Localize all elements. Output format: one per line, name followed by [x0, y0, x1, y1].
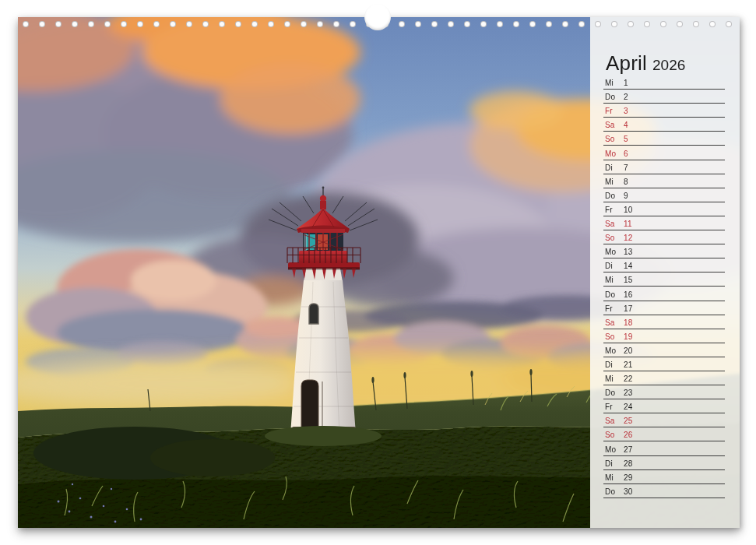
day-number: 8 — [624, 178, 628, 186]
day-number: 2 — [624, 93, 628, 101]
day-number: 15 — [624, 276, 633, 284]
day-abbr: Fr — [605, 206, 613, 214]
day-abbr: Mi — [605, 79, 614, 87]
day-abbr: Di — [605, 360, 613, 369]
binding-hole — [23, 21, 29, 27]
day-number: 17 — [624, 304, 633, 313]
day-row: Sa25 — [603, 413, 725, 427]
binding-hole — [497, 21, 503, 27]
day-number: 18 — [624, 318, 633, 327]
day-abbr: So — [605, 332, 615, 341]
day-abbr: So — [605, 234, 615, 242]
binding-hole — [448, 21, 454, 27]
month-label: April — [606, 51, 647, 75]
day-number: 29 — [624, 473, 633, 482]
calendar-page: April2026 Mi1Do2Fr3Sa4So5Mo6Di7Mi8Do9Fr1… — [18, 17, 740, 528]
binding-hole — [251, 21, 258, 27]
day-number: 30 — [624, 487, 633, 496]
day-row: Do30 — [603, 484, 725, 498]
day-row: So5 — [603, 132, 725, 146]
year-label: 2026 — [652, 57, 685, 73]
day-number: 26 — [624, 431, 633, 439]
day-row: Di28 — [603, 456, 725, 470]
day-number: 27 — [624, 445, 633, 454]
month-title: April2026 — [606, 51, 685, 76]
day-row: Do2 — [603, 90, 725, 104]
binding-hole — [431, 21, 438, 27]
binding-hole — [660, 21, 666, 27]
day-abbr: Mi — [605, 473, 614, 482]
day-abbr: Mo — [605, 346, 616, 355]
day-number: 11 — [624, 220, 632, 228]
binding-hole — [301, 21, 307, 27]
day-row: Fr24 — [603, 399, 725, 413]
day-abbr: Mi — [605, 374, 614, 383]
day-row: Sa4 — [603, 118, 725, 132]
day-row: Mi15 — [603, 272, 725, 287]
binding-hole — [137, 21, 143, 27]
binding-hole — [562, 21, 568, 27]
binding-hole — [268, 21, 274, 27]
day-number: 10 — [624, 206, 633, 214]
day-abbr: So — [605, 431, 615, 439]
day-number: 9 — [624, 192, 628, 200]
binding-hole — [529, 21, 536, 27]
day-row: So26 — [603, 427, 725, 441]
binding-hole — [726, 21, 732, 27]
binding-hole — [464, 21, 470, 27]
day-row: Fr17 — [603, 301, 725, 315]
day-row: Fr10 — [603, 202, 725, 216]
day-abbr: Do — [605, 192, 615, 200]
day-number: 3 — [624, 107, 628, 115]
binding-hole — [628, 21, 634, 27]
day-row: Mi1 — [603, 76, 725, 90]
day-number: 4 — [624, 121, 628, 129]
day-number: 23 — [624, 389, 633, 397]
day-row: Mi22 — [603, 371, 725, 385]
day-row: Do16 — [603, 287, 725, 301]
day-abbr: Do — [605, 290, 615, 299]
day-row: Mo20 — [603, 343, 725, 357]
binding-hole — [153, 21, 160, 27]
binding-hole — [480, 21, 487, 27]
day-row: Mi8 — [603, 174, 725, 188]
binding-hole — [55, 21, 62, 27]
day-abbr: Fr — [605, 403, 613, 411]
day-row: So19 — [603, 329, 725, 343]
day-row: Di14 — [603, 258, 725, 272]
binding-hole — [186, 21, 192, 27]
day-abbr: Do — [605, 487, 615, 496]
day-row: Do9 — [603, 188, 725, 202]
binding-hole — [72, 21, 78, 27]
day-abbr: Di — [605, 459, 613, 468]
day-abbr: Fr — [605, 304, 613, 313]
day-row: Mi29 — [603, 470, 725, 484]
day-abbr: Mo — [605, 248, 616, 256]
binding-hole — [170, 21, 176, 27]
binding-hole — [513, 21, 519, 27]
day-abbr: Sa — [605, 417, 615, 425]
day-number: 19 — [624, 332, 633, 341]
binding-hole — [350, 21, 356, 27]
day-abbr: Mo — [605, 149, 616, 158]
day-abbr: Sa — [605, 121, 615, 129]
day-number: 7 — [624, 164, 628, 172]
day-number: 25 — [624, 417, 633, 425]
day-number: 20 — [624, 346, 633, 355]
day-abbr: Sa — [605, 220, 615, 228]
day-number: 22 — [624, 374, 633, 383]
binding-hole — [709, 21, 716, 27]
day-abbr: Mi — [605, 178, 614, 186]
binding-hole — [104, 21, 111, 27]
day-number: 21 — [624, 360, 633, 369]
binding-hole — [317, 21, 323, 27]
day-rows: Mi1Do2Fr3Sa4So5Mo6Di7Mi8Do9Fr10Sa11So12M… — [603, 76, 725, 498]
binding-hole — [121, 21, 127, 27]
day-abbr: Di — [605, 262, 613, 270]
day-row: Fr3 — [603, 104, 725, 118]
day-abbr: Fr — [605, 107, 613, 115]
day-abbr: So — [605, 135, 615, 143]
day-row: Mo27 — [603, 441, 725, 455]
day-abbr: Do — [605, 93, 615, 101]
day-number: 28 — [624, 459, 633, 468]
